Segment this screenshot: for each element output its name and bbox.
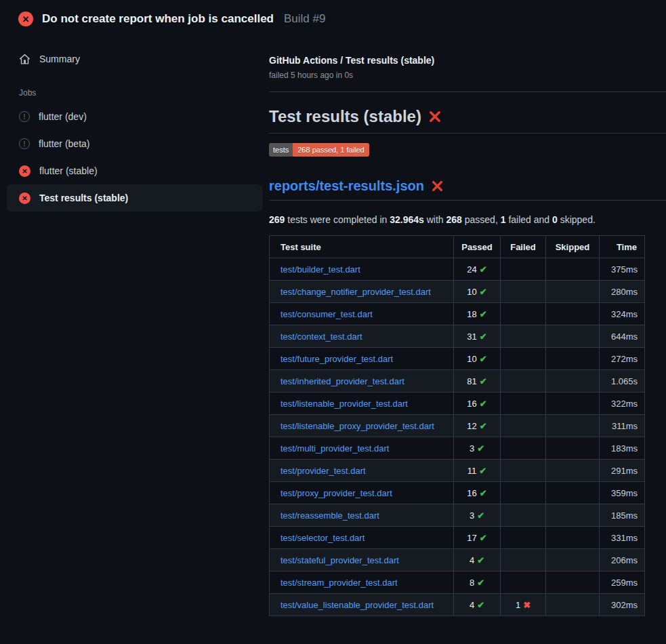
breadcrumb: GitHub Actions / Test results (stable) xyxy=(269,55,666,66)
test-suite-link[interactable]: test/future_provider_test.dart xyxy=(280,354,393,364)
passed-cell: 8✔ xyxy=(454,571,501,594)
failed-cell xyxy=(501,370,546,393)
count-value: 16 xyxy=(467,399,476,409)
failed-x-icon xyxy=(429,110,441,123)
table-row: test/listenable_provider_test.dart16✔322… xyxy=(270,393,645,415)
passed-cell: 4✔ xyxy=(454,594,501,616)
skipped-cell xyxy=(546,571,600,594)
table-row: test/change_notifier_provider_test.dart1… xyxy=(270,281,645,303)
table-row: test/listenable_proxy_provider_test.dart… xyxy=(270,415,645,437)
time-cell: 644ms xyxy=(600,325,645,348)
col-header-passed: Passed xyxy=(454,236,501,258)
summary-number: 32.964s xyxy=(390,214,424,225)
exclamation-circle-icon: ! xyxy=(19,138,30,149)
badge-label: tests xyxy=(269,143,293,157)
job-label: flutter (beta) xyxy=(39,138,89,149)
skipped-cell xyxy=(546,348,600,370)
failed-cell xyxy=(501,549,546,571)
passed-cell: 3✔ xyxy=(454,437,501,460)
passed-cell: 16✔ xyxy=(454,393,501,415)
jobs-section-label: Jobs xyxy=(19,88,269,98)
table-row: test/future_provider_test.dart10✔272ms xyxy=(270,348,645,370)
check-icon: ✔ xyxy=(480,421,487,431)
passed-cell: 3✔ xyxy=(454,504,501,527)
failed-cell xyxy=(501,415,546,437)
table-row: test/proxy_provider_test.dart16✔359ms xyxy=(270,482,645,504)
skipped-cell xyxy=(546,258,600,281)
test-suite-link[interactable]: test/stateful_provider_test.dart xyxy=(280,555,399,565)
time-cell: 280ms xyxy=(600,281,645,303)
badge-value: 268 passed, 1 failed xyxy=(293,143,369,157)
time-cell: 324ms xyxy=(600,303,645,325)
failed-cell xyxy=(501,527,546,549)
sidebar-job-item[interactable]: !flutter (beta) xyxy=(7,130,262,157)
count-value: 16 xyxy=(467,488,476,498)
failed-x-icon xyxy=(432,180,443,192)
test-suite-link[interactable]: test/value_listenable_provider_test.dart xyxy=(280,600,434,610)
table-row: test/inherited_provider_test.dart81✔1.06… xyxy=(270,370,645,393)
x-icon: ✖ xyxy=(523,600,530,610)
count-value: 31 xyxy=(467,331,476,342)
failed-cell xyxy=(501,325,546,348)
check-icon: ✔ xyxy=(477,578,484,588)
sidebar-job-item[interactable]: !flutter (dev) xyxy=(7,103,262,130)
report-file-link[interactable]: reports/test-results.json xyxy=(269,178,424,194)
check-icon: ✔ xyxy=(477,443,484,454)
x-circle-icon: ✕ xyxy=(19,193,30,204)
test-suite-link[interactable]: test/context_test.dart xyxy=(280,331,362,342)
test-suite-link[interactable]: test/proxy_provider_test.dart xyxy=(280,488,392,498)
passed-cell: 11✔ xyxy=(454,460,501,482)
test-suite-link[interactable]: test/reassemble_test.dart xyxy=(280,510,379,521)
passed-cell: 31✔ xyxy=(454,325,501,348)
passed-cell: 17✔ xyxy=(454,527,501,549)
failed-cell xyxy=(501,281,546,303)
check-icon: ✔ xyxy=(480,488,487,498)
skipped-cell xyxy=(546,504,600,527)
sidebar-summary-label: Summary xyxy=(39,54,80,64)
failed-cell xyxy=(501,258,546,281)
test-suite-link[interactable]: test/change_notifier_provider_test.dart xyxy=(280,287,431,297)
test-suite-link[interactable]: test/provider_test.dart xyxy=(280,466,366,476)
table-header-row: Test suite Passed Failed Skipped Time xyxy=(270,236,645,258)
divider xyxy=(269,200,666,201)
check-icon: ✔ xyxy=(480,376,487,386)
test-suite-link[interactable]: test/consumer_test.dart xyxy=(280,309,373,319)
table-row: test/stream_provider_test.dart8✔259ms xyxy=(270,571,645,594)
sidebar-item-summary[interactable]: Summary xyxy=(7,45,262,73)
exclamation-circle-icon: ! xyxy=(19,111,30,122)
table-row: test/multi_provider_test.dart3✔183ms xyxy=(270,437,645,460)
skipped-cell xyxy=(546,393,600,415)
skipped-cell xyxy=(546,527,600,549)
passed-cell: 24✔ xyxy=(454,258,501,281)
sidebar-job-item[interactable]: ✕Test results (stable) xyxy=(7,184,262,212)
test-suite-link[interactable]: test/selector_test.dart xyxy=(280,533,365,543)
test-suite-link[interactable]: test/inherited_provider_test.dart xyxy=(280,376,404,386)
time-cell: 259ms xyxy=(600,571,645,594)
test-suite-link[interactable]: test/stream_provider_test.dart xyxy=(280,578,398,588)
sidebar-job-item[interactable]: ✕flutter (stable) xyxy=(7,157,262,184)
count-value: 10 xyxy=(467,287,476,297)
count-value: 3 xyxy=(470,443,474,454)
time-cell: 185ms xyxy=(600,504,645,527)
check-icon: ✔ xyxy=(480,264,487,275)
test-suite-link[interactable]: test/listenable_provider_test.dart xyxy=(280,399,408,409)
time-cell: 206ms xyxy=(600,549,645,571)
count-value: 18 xyxy=(467,309,476,319)
summary-text: tests were completed in xyxy=(285,214,390,225)
skipped-cell xyxy=(546,415,600,437)
test-suite-link[interactable]: test/builder_test.dart xyxy=(280,264,360,275)
check-icon: ✔ xyxy=(480,331,487,342)
job-label: flutter (dev) xyxy=(39,111,87,122)
count-value: 11 xyxy=(467,466,477,476)
summary-number: 1 xyxy=(501,214,506,225)
passed-cell: 10✔ xyxy=(454,348,501,370)
col-header-failed: Failed xyxy=(501,236,546,258)
report-file-heading[interactable]: reports/test-results.json xyxy=(269,178,666,194)
failed-cell xyxy=(501,303,546,325)
failed-cell xyxy=(501,437,546,460)
test-suite-link[interactable]: test/listenable_proxy_provider_test.dart xyxy=(280,421,434,431)
build-header: ✕ Do not create report when job is cance… xyxy=(0,0,666,35)
test-suite-link[interactable]: test/multi_provider_test.dart xyxy=(280,443,389,454)
failed-cell xyxy=(501,504,546,527)
col-header-skipped: Skipped xyxy=(546,236,600,258)
